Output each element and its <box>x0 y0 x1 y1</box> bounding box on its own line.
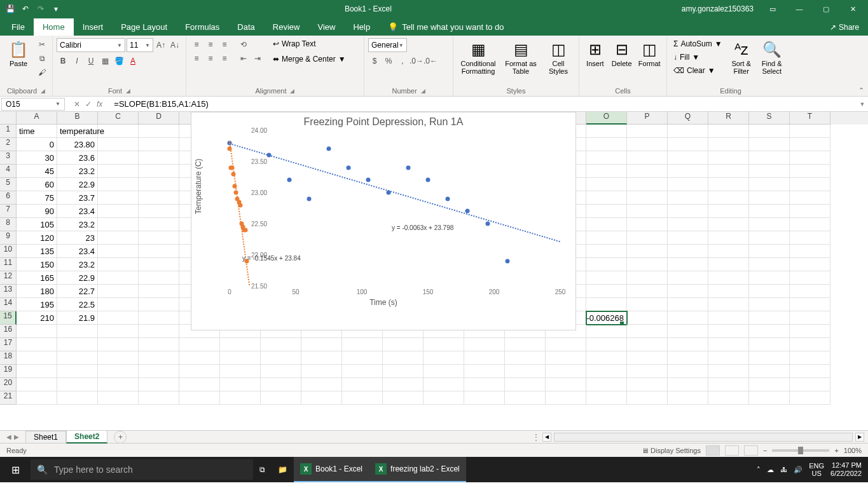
cell[interactable] <box>790 391 830 405</box>
cell[interactable]: 23.7 <box>57 191 98 205</box>
cell[interactable] <box>749 245 790 258</box>
tray-clock[interactable]: 12:47 PM 6/22/2022 <box>830 461 862 478</box>
cell[interactable] <box>627 351 668 365</box>
cell[interactable] <box>708 351 749 365</box>
align-center-icon[interactable]: ≡ <box>204 52 217 65</box>
cell[interactable] <box>98 325 139 338</box>
cell[interactable] <box>139 258 179 271</box>
tab-file[interactable]: File <box>3 18 34 36</box>
maximize-icon[interactable]: ▢ <box>813 0 839 18</box>
plot-area[interactable]: 21.5022.0022.5023.0023.5024.000501001502… <box>230 130 560 295</box>
cell[interactable] <box>139 218 179 231</box>
cell[interactable] <box>98 138 139 151</box>
launcher-icon[interactable]: ◢ <box>126 88 130 94</box>
cell[interactable] <box>464 351 505 365</box>
align-right-icon[interactable]: ≡ <box>218 52 231 65</box>
column-header[interactable]: B <box>57 112 98 125</box>
cell[interactable] <box>139 191 179 205</box>
data-point[interactable] <box>243 227 247 232</box>
cell[interactable] <box>98 258 139 271</box>
cell[interactable] <box>301 365 342 378</box>
cell[interactable] <box>749 325 790 338</box>
row-header[interactable]: 18 <box>0 351 17 365</box>
cell[interactable]: 165 <box>17 271 57 285</box>
cell[interactable]: 23.2 <box>57 258 98 271</box>
cell[interactable] <box>790 178 830 191</box>
cell[interactable] <box>220 378 261 391</box>
cell[interactable] <box>627 245 668 258</box>
cell[interactable] <box>749 298 790 311</box>
cell[interactable] <box>627 298 668 311</box>
row-header[interactable]: 14 <box>0 298 17 311</box>
cell[interactable] <box>749 271 790 285</box>
cell[interactable] <box>139 271 179 285</box>
cell[interactable] <box>505 351 546 365</box>
cell[interactable] <box>749 378 790 391</box>
cell[interactable] <box>139 351 179 365</box>
cell[interactable]: 90 <box>17 205 57 218</box>
cell[interactable] <box>749 258 790 271</box>
cell[interactable] <box>627 125 668 138</box>
row-header[interactable]: 5 <box>0 178 17 191</box>
formula-input[interactable] <box>111 98 857 111</box>
cell[interactable] <box>139 298 179 311</box>
cell[interactable] <box>586 138 627 151</box>
paste-button[interactable]: 📋 Paste <box>4 38 33 69</box>
cell[interactable] <box>17 365 57 378</box>
data-point[interactable] <box>446 196 450 201</box>
cell[interactable] <box>424 378 464 391</box>
cell[interactable] <box>586 285 627 298</box>
percent-icon[interactable]: % <box>382 55 395 67</box>
cell[interactable] <box>790 138 830 151</box>
cell[interactable] <box>668 285 708 298</box>
cell[interactable] <box>790 338 830 351</box>
row-header[interactable]: 4 <box>0 165 17 178</box>
align-top-icon[interactable]: ≡ <box>190 38 203 51</box>
row-header[interactable]: 15 <box>0 311 17 325</box>
cell[interactable] <box>708 285 749 298</box>
sheet-tab-1[interactable]: Sheet1 <box>25 431 66 444</box>
cell[interactable] <box>139 231 179 245</box>
increase-indent-icon[interactable]: ⇥ <box>251 52 264 65</box>
taskbar-app-2[interactable]: Xfreezing lab2 - Excel <box>369 457 466 482</box>
cell[interactable] <box>749 351 790 365</box>
cell[interactable] <box>57 325 98 338</box>
cell[interactable] <box>627 378 668 391</box>
spreadsheet-grid[interactable]: 123456789101112131415161718192021 ABCDEF… <box>0 112 868 430</box>
cell[interactable] <box>261 351 301 365</box>
cell[interactable] <box>627 178 668 191</box>
data-point[interactable] <box>347 165 351 170</box>
cell[interactable] <box>139 125 179 138</box>
cell[interactable] <box>668 351 708 365</box>
tab-view[interactable]: View <box>308 18 344 36</box>
column-header[interactable]: Q <box>668 112 708 125</box>
cell[interactable] <box>790 298 830 311</box>
cell[interactable] <box>139 151 179 165</box>
cell[interactable] <box>668 178 708 191</box>
cell[interactable] <box>464 338 505 351</box>
cell[interactable] <box>139 178 179 191</box>
cell[interactable] <box>179 391 220 405</box>
cell[interactable] <box>668 325 708 338</box>
expand-formula-icon[interactable]: ▼ <box>857 101 868 107</box>
cell[interactable] <box>98 205 139 218</box>
hscroll-track[interactable] <box>554 433 853 442</box>
account-name[interactable]: amy.gonzalez150363 <box>675 4 760 13</box>
hscroll-left-icon[interactable]: ◀ <box>542 433 551 442</box>
tell-me-search[interactable]: 💡 Tell me what you want to do <box>379 18 513 36</box>
cell[interactable]: 23.2 <box>57 165 98 178</box>
cell-styles-button[interactable]: ◫Cell Styles <box>542 38 574 76</box>
borders-icon[interactable]: ▦ <box>99 55 111 67</box>
cell[interactable] <box>586 178 627 191</box>
cell[interactable] <box>668 191 708 205</box>
zoom-out-icon[interactable]: − <box>763 447 767 454</box>
orientation-icon[interactable]: ⟲ <box>237 38 250 51</box>
cell[interactable] <box>627 191 668 205</box>
cell[interactable] <box>749 191 790 205</box>
cell[interactable] <box>586 391 627 405</box>
cell[interactable] <box>139 378 179 391</box>
cell[interactable]: 0 <box>17 138 57 151</box>
cell[interactable] <box>586 258 627 271</box>
cell[interactable] <box>749 125 790 138</box>
start-button[interactable]: ⊞ <box>0 457 31 482</box>
